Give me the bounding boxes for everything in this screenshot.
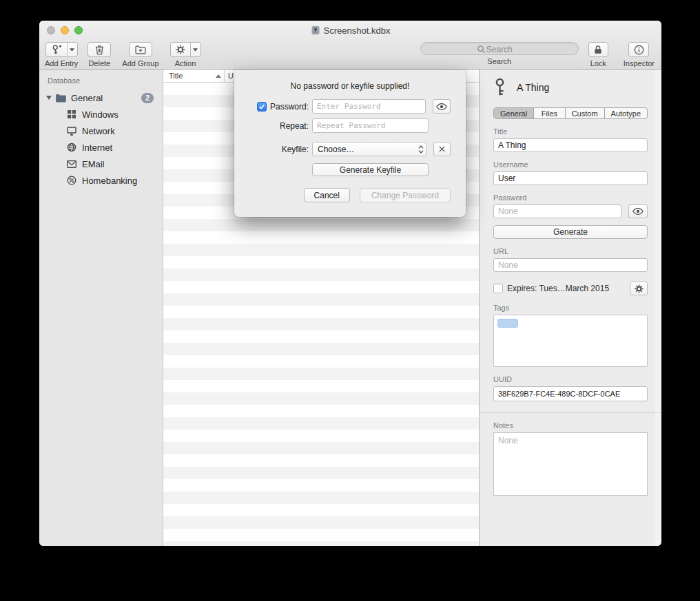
percent-coin-icon [65,176,78,185]
url-label: URL [493,247,648,255]
expires-checkbox[interactable] [493,284,503,293]
x-icon [438,145,446,153]
change-password-button[interactable]: Change Password [360,188,451,202]
change-password-sheet: No password or keyfile supplied! Passwor… [234,70,466,217]
generate-button[interactable]: Generate [493,225,648,239]
check-icon [258,103,265,110]
minimize-button[interactable] [61,26,69,34]
eye-icon [632,207,644,215]
expires-label: Expires: Tues…March 2015 [507,284,609,293]
inspector-panel: A Thing General Files Custom Autotype Ti… [479,70,661,546]
column-header-title[interactable]: Title [163,70,224,82]
column-header-username[interactable]: U [225,72,234,80]
windows-icon [65,109,78,119]
add-entry-label: Add Entry [45,59,78,67]
sheet-message: No password or keyfile supplied! [249,81,451,91]
search-icon [477,45,486,54]
add-group-button[interactable] [129,42,152,57]
action-button[interactable] [170,42,201,57]
monitor-icon [65,126,78,136]
delete-button[interactable] [88,42,111,57]
sidebar-item-internet[interactable]: Internet [39,139,163,156]
search-field[interactable] [420,42,579,55]
tag-chip[interactable] [497,319,518,328]
window-chrome: Screenshot.kdbx Add Entry [39,21,661,70]
gear-icon [171,43,190,56]
envelope-icon [65,160,78,168]
keyfile-clear-button[interactable] [433,142,451,156]
username-field[interactable] [493,171,648,185]
notes-field[interactable] [493,432,648,496]
globe-icon [65,143,78,152]
inspector-tabs: General Files Custom Autotype [493,107,648,119]
toolbar: Add Entry Delete [39,40,661,70]
inspector-scrollbar[interactable] [655,70,661,546]
sort-ascending-icon [216,74,221,78]
cancel-button[interactable]: Cancel [304,188,350,202]
entry-key-icon [493,78,506,97]
zoom-button[interactable] [74,26,83,34]
document-icon [311,25,320,35]
tab-custom[interactable]: Custom [566,108,605,118]
action-label: Action [175,59,196,67]
sheet-password-input[interactable] [312,99,426,114]
trash-icon [95,45,104,55]
sidebar-header: Database [39,74,163,89]
sidebar-item-windows[interactable]: Windows [39,106,163,123]
sidebar-item-label: EMail [82,159,105,169]
add-entry-dropdown[interactable] [67,43,77,56]
gear-icon [635,284,644,293]
eye-icon [436,103,447,111]
disclosure-triangle[interactable] [43,96,54,100]
expires-settings-button[interactable] [630,282,648,295]
add-group-label: Add Group [122,59,158,67]
password-checkbox[interactable] [257,102,267,112]
tab-general[interactable]: General [494,108,534,118]
inspector-button[interactable] [628,42,649,57]
folder-icon [54,94,67,103]
title-field[interactable] [493,138,648,152]
tab-autotype[interactable]: Autotype [605,108,647,118]
sheet-password-reveal-button[interactable] [433,99,451,114]
search-label: Search [487,57,511,65]
app-window: Screenshot.kdbx Add Entry [39,21,661,546]
search-input[interactable] [421,44,578,56]
sidebar-item-network[interactable]: Network [39,123,163,139]
tags-label: Tags [493,304,648,312]
action-dropdown[interactable] [190,43,200,56]
sidebar-item-label: Homebanking [82,176,137,186]
desktop-background: Screenshot.kdbx Add Entry [0,0,700,601]
keyfile-popup-value: Choose… [318,145,354,154]
divider [480,412,661,413]
add-entry-button[interactable] [45,42,78,57]
titlebar[interactable]: Screenshot.kdbx [39,21,661,40]
tags-box[interactable] [493,315,648,367]
sidebar-item-label: General [71,93,103,103]
username-label: Username [493,160,648,169]
sidebar-item-homebanking[interactable]: Homebanking [39,172,163,189]
folder-plus-icon [135,45,146,54]
info-icon [634,45,644,55]
close-button[interactable] [47,26,55,34]
sidebar-item-email[interactable]: EMail [39,156,163,172]
lock-label: Lock [590,59,606,67]
password-reveal-button[interactable] [628,204,648,218]
traffic-lights [47,26,83,34]
lock-button[interactable] [588,42,608,57]
password-label: Password [493,193,648,202]
key-plus-icon [46,43,67,56]
uuid-field[interactable] [493,386,648,401]
url-field[interactable] [493,258,648,272]
password-field[interactable] [493,204,621,218]
generate-keyfile-button[interactable]: Generate Keyfile [312,163,429,176]
sheet-repeat-input[interactable] [312,118,429,133]
delete-label: Delete [88,59,110,67]
chevron-updown-icon [418,145,424,154]
window-title: Screenshot.kdbx [324,25,391,36]
tab-files[interactable]: Files [534,108,566,118]
entry-title: A Thing [517,82,549,93]
keyfile-popup[interactable]: Choose… [312,142,426,156]
sheet-keyfile-label: Keyfile: [282,145,309,154]
sidebar-item-general[interactable]: General 2 [39,89,163,106]
sheet-password-label: Password: [270,102,309,112]
